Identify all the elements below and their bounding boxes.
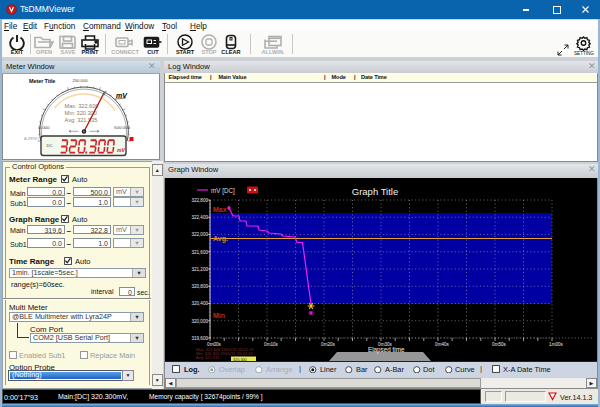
- svg-text:322,400: 322,400: [191, 215, 208, 220]
- svg-text:Avg.: Avg.: [213, 235, 228, 243]
- svg-text:Elapsed time: Elapsed time: [368, 346, 405, 354]
- svg-text:0m50s: 0m50s: [492, 342, 506, 347]
- svg-text:mV: mV: [117, 147, 125, 153]
- svg-text:320,800: 320,800: [191, 284, 208, 289]
- svg-text:Avg: 321.935: Avg: 321.935: [65, 117, 98, 123]
- svg-text:0m40s: 0m40s: [435, 342, 449, 347]
- svg-text:Graph Title: Graph Title: [352, 186, 398, 197]
- svg-text:321,200: 321,200: [191, 267, 208, 272]
- svg-text:0m10s: 0m10s: [264, 342, 278, 347]
- svg-text:320,000: 320,000: [191, 319, 208, 324]
- svg-text:0.000: 0.000: [39, 125, 51, 130]
- svg-text:Max: 322.600: Max: 322.600: [65, 103, 99, 109]
- svg-text:Min: Min: [213, 312, 225, 319]
- svg-text:320.300: 320.300: [233, 358, 247, 362]
- svg-text:mV: mV: [116, 92, 128, 99]
- svg-text:1m00s: 1m00s: [549, 342, 563, 347]
- svg-text:mV [DC]: mV [DC]: [211, 187, 235, 195]
- svg-text:DC: DC: [47, 143, 53, 148]
- svg-text:A.ZERO: A.ZERO: [24, 136, 39, 141]
- svg-text:Max: Max: [213, 206, 227, 213]
- svg-text:322,000: 322,000: [191, 232, 208, 237]
- svg-text:0m20s: 0m20s: [321, 342, 335, 347]
- svg-text:319,600: 319,600: [191, 336, 208, 341]
- svg-text:Avg: 321.935: Avg: 321.935: [196, 355, 220, 360]
- svg-text:322,800: 322,800: [191, 198, 208, 203]
- svg-text:320,400: 320,400: [191, 301, 208, 306]
- svg-text:500.000: 500.000: [114, 125, 130, 130]
- svg-text:250.000: 250.000: [72, 78, 88, 83]
- svg-text:321,600: 321,600: [191, 250, 208, 255]
